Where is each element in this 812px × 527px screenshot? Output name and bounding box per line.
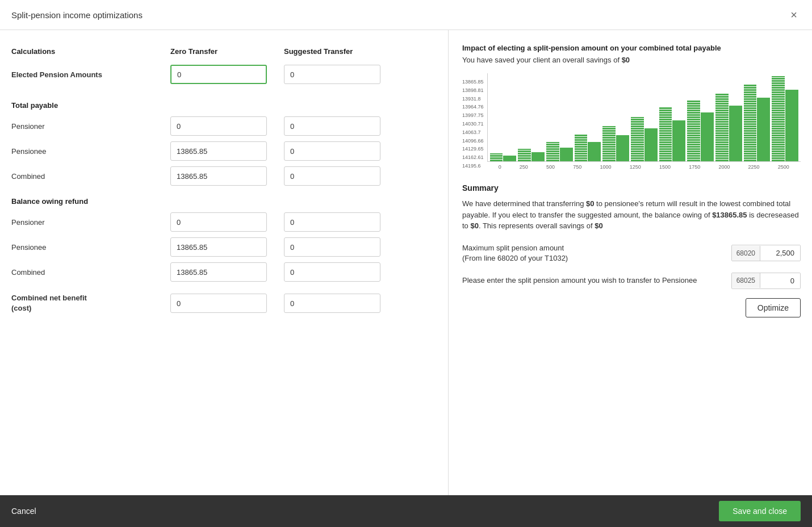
total-pensionee-label: Pensionee (11, 147, 170, 156)
close-button[interactable]: × (787, 8, 801, 22)
save-close-button[interactable]: Save and close (719, 501, 801, 521)
zero-transfer-header: Zero Transfer (170, 47, 284, 56)
total-combined-label: Combined (11, 172, 170, 181)
balance-combined-label: Combined (11, 268, 170, 277)
bar-10a (772, 76, 785, 161)
total-pensionee-zero[interactable] (170, 141, 267, 161)
balance-pensioner-label: Pensioner (11, 218, 170, 227)
balance-owing-title: Balance owing refund (11, 197, 437, 206)
bar-group-4 (602, 126, 629, 161)
total-combined-row: Combined (11, 166, 437, 186)
summary-amount-4: $0 (595, 221, 602, 230)
bar-4b (616, 135, 629, 161)
bar-3a (575, 134, 588, 161)
combined-net-row: Combined net benefit(cost) (11, 293, 437, 313)
bars-container (488, 73, 801, 161)
total-pensioner-row: Pensioner (11, 116, 437, 136)
chart-bars-area (487, 73, 801, 162)
bar-6a (659, 107, 672, 161)
summary-title: Summary (462, 183, 801, 193)
savings-text: You have saved your client an overall sa… (462, 56, 801, 64)
bar-4a (602, 126, 616, 161)
bar-8a (715, 93, 729, 161)
dialog-body: Calculations Zero Transfer Suggested Tra… (0, 30, 812, 495)
dialog-header: Split-pension income optimizations × (0, 0, 812, 30)
total-combined-suggested[interactable] (284, 166, 380, 186)
elected-pension-suggested-input[interactable] (284, 65, 380, 84)
bar-7a (687, 100, 700, 161)
left-panel: Calculations Zero Transfer Suggested Tra… (0, 30, 449, 495)
balance-pensionee-row: Pensionee (11, 237, 437, 257)
balance-pensionee-label: Pensionee (11, 243, 170, 252)
bar-1a (518, 149, 531, 161)
bar-7b (701, 112, 714, 161)
savings-amount: $0 (622, 56, 630, 64)
total-combined-zero[interactable] (170, 166, 267, 186)
bar-5a (631, 117, 644, 161)
column-headers: Calculations Zero Transfer Suggested Tra… (11, 47, 437, 56)
enter-split-row: Please enter the split pension amount yo… (462, 273, 801, 289)
max-split-row: Maximum split pension amount(From line 6… (462, 243, 801, 264)
balance-owing-group: Balance owing refund Pensioner Pensionee… (11, 197, 437, 282)
bar-group-1 (518, 149, 545, 161)
elected-pension-label: Elected Pension Amounts (11, 70, 170, 79)
enter-split-label: Please enter the split pension amount yo… (462, 275, 726, 286)
bar-group-9 (744, 84, 771, 161)
dialog-title: Split-pension income optimizations (11, 10, 143, 20)
total-pensioner-suggested[interactable] (284, 116, 380, 136)
balance-pensioner-row: Pensioner (11, 212, 437, 232)
balance-combined-row: Combined (11, 262, 437, 282)
bar-6b (672, 120, 685, 161)
bar-9b (757, 98, 770, 161)
balance-pensioner-zero[interactable] (170, 212, 267, 232)
bar-group-0 (490, 153, 517, 161)
max-split-prefix: 68020 (732, 246, 760, 261)
total-payable-title: Total payable (11, 101, 437, 110)
summary-amount-3: $0 (470, 221, 478, 230)
bar-1b (531, 152, 545, 161)
chart-plot-area: 0 250 500 750 1000 1250 1500 1750 2000 2… (487, 73, 801, 170)
total-pensioner-zero[interactable] (170, 116, 267, 136)
optimize-button[interactable]: Optimize (746, 298, 801, 317)
balance-pensionee-zero[interactable] (170, 237, 267, 257)
cancel-button[interactable]: Cancel (11, 507, 36, 516)
enter-split-prefix: 68025 (732, 273, 760, 288)
balance-pensioner-suggested[interactable] (284, 212, 380, 232)
bar-5b (644, 128, 658, 161)
enter-split-value-input[interactable] (760, 273, 800, 288)
bar-group-2 (546, 142, 573, 161)
combined-net-label: Combined net benefit(cost) (11, 293, 170, 313)
total-pensionee-suggested[interactable] (284, 141, 380, 161)
max-split-value-input[interactable] (760, 245, 800, 261)
savings-prefix: You have saved your client an overall sa… (462, 56, 622, 64)
total-pensioner-label: Pensioner (11, 122, 170, 131)
right-panel: Impact of electing a split-pension amoun… (449, 30, 812, 495)
balance-combined-zero[interactable] (170, 262, 267, 282)
max-split-label: Maximum split pension amount(From line 6… (462, 243, 726, 264)
dialog-footer: Cancel Save and close (0, 495, 812, 527)
enter-split-input-group: 68025 (731, 273, 801, 289)
balance-combined-suggested[interactable] (284, 262, 380, 282)
combined-net-zero[interactable] (170, 294, 267, 313)
calculations-header: Calculations (11, 47, 170, 56)
bar-group-8 (715, 93, 742, 161)
bar-group-6 (659, 107, 686, 161)
bar-group-3 (575, 134, 601, 161)
bar-10b (785, 90, 798, 161)
bar-0b (503, 156, 516, 161)
summary-amount-2: $13865.85 (712, 211, 747, 219)
suggested-transfer-header: Suggested Transfer (284, 47, 397, 56)
summary-amount-1: $0 (586, 199, 594, 208)
bar-group-7 (687, 100, 714, 161)
bar-3b (588, 142, 601, 161)
bar-group-10 (772, 76, 798, 161)
total-payable-group: Total payable Pensioner Pensionee Combin… (11, 101, 437, 186)
bar-8b (729, 106, 742, 161)
combined-net-suggested[interactable] (284, 294, 380, 313)
summary-body: We have determined that transferring $0 … (462, 198, 801, 232)
elected-pension-zero-input[interactable] (170, 65, 267, 84)
bar-group-5 (631, 117, 658, 161)
balance-pensionee-suggested[interactable] (284, 237, 380, 257)
total-pensionee-row: Pensionee (11, 141, 437, 161)
elected-pension-row: Elected Pension Amounts (11, 65, 437, 84)
